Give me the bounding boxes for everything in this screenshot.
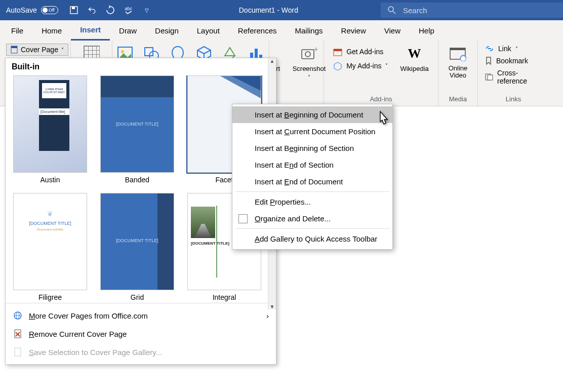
- svg-text:+: +: [314, 47, 318, 53]
- organize-icon: [238, 214, 248, 223]
- search-placeholder: Search: [403, 6, 427, 15]
- cover-page-label: Cover Page: [21, 46, 58, 54]
- svg-rect-13: [302, 50, 314, 59]
- more-cover-pages[interactable]: More Cover Pages from Office.com ›: [6, 306, 276, 325]
- search-icon: [388, 6, 396, 14]
- ribbon-group-addins: Get Add-ins My Add-ins ˅ W Wikipedia Add…: [324, 41, 438, 106]
- chevron-down-icon: ˅: [385, 63, 388, 68]
- tab-layout[interactable]: Layout: [188, 20, 229, 41]
- ribbon-tabs: File Home Insert Draw Design Layout Refe…: [0, 20, 563, 41]
- online-video-button[interactable]: OnlineVideo: [449, 45, 468, 80]
- redo-icon[interactable]: [106, 6, 115, 15]
- ribbon-group-links: Link ˅ Bookmark Cross-reference Links: [478, 41, 549, 106]
- ctx-edit-properties[interactable]: Edit Properties...: [232, 193, 392, 210]
- page-icon: [11, 46, 18, 54]
- tab-file[interactable]: File: [2, 20, 32, 41]
- ribbon-group-screenshot: art + Screenshot ˅: [269, 41, 324, 106]
- ctx-organize-delete[interactable]: Organize and Delete...: [232, 210, 392, 227]
- globe-icon: [13, 310, 23, 321]
- chevron-down-icon: ˅: [308, 74, 310, 80]
- tab-insert[interactable]: Insert: [71, 20, 110, 41]
- cover-page-button[interactable]: Cover Page ˅: [6, 44, 68, 56]
- save-icon[interactable]: [69, 6, 78, 15]
- wikipedia-button[interactable]: W Wikipedia: [400, 45, 428, 72]
- chevron-down-icon: ˅: [61, 47, 64, 53]
- tab-review[interactable]: Review: [332, 20, 375, 41]
- tab-mailings[interactable]: Mailings: [286, 20, 332, 41]
- xref-icon: [485, 73, 493, 81]
- remove-cover-page[interactable]: Remove Current Cover Page: [6, 325, 276, 343]
- svg-point-2: [388, 7, 393, 12]
- cover-thumb-filigree[interactable]: ❦[DOCUMENT TITLE][Document subtitle] Fil…: [13, 193, 88, 301]
- link-icon: [485, 45, 494, 52]
- screenshot-icon: +: [301, 47, 318, 61]
- ribbon-group-media: OnlineVideo Media: [438, 41, 478, 106]
- scroll-up-icon[interactable]: ▲: [270, 58, 275, 64]
- svg-rect-1: [72, 7, 75, 9]
- tab-view[interactable]: View: [375, 20, 410, 41]
- chevron-right-icon: ›: [266, 311, 269, 320]
- svg-rect-22: [488, 75, 493, 80]
- ctx-insert-beginning-section[interactable]: Insert at Beginning of Section: [232, 140, 392, 156]
- wikipedia-icon: W: [406, 45, 424, 63]
- tab-help[interactable]: Help: [410, 20, 444, 41]
- remove-page-icon: [13, 329, 23, 339]
- scroll-down-icon[interactable]: ▼: [270, 304, 275, 309]
- video-icon: [449, 45, 467, 63]
- chevron-down-icon: ˅: [515, 46, 518, 52]
- svg-point-7: [121, 50, 124, 53]
- spellcheck-icon[interactable]: abc: [124, 6, 133, 15]
- svg-line-3: [393, 11, 395, 14]
- tab-references[interactable]: References: [229, 20, 286, 41]
- separator: [235, 191, 389, 192]
- my-addins-button[interactable]: My Add-ins ˅: [333, 61, 388, 70]
- autosave-label: AutoSave: [6, 6, 37, 14]
- separator: [235, 228, 389, 229]
- document-title: Document1 - Word: [156, 6, 381, 14]
- cover-thumb-grid[interactable]: [DOCUMENT TITLE] Grid: [100, 193, 175, 301]
- addins-icon: [333, 61, 342, 70]
- ctx-insert-beginning-doc[interactable]: Insert at Beginning of Document: [232, 106, 392, 123]
- quick-access-toolbar: abc ▽: [64, 6, 156, 15]
- title-bar: AutoSave Off abc ▽ Document1 - Word Sear…: [0, 0, 563, 20]
- gallery-section-header: Built-in: [6, 58, 276, 75]
- tab-home[interactable]: Home: [32, 20, 71, 41]
- screenshot-button[interactable]: + Screenshot ˅: [293, 45, 326, 80]
- svg-rect-19: [450, 48, 465, 50]
- ctx-insert-end-doc[interactable]: Insert at End of Document: [232, 173, 392, 190]
- bookmark-icon: [485, 57, 492, 65]
- link-button[interactable]: Link ˅: [485, 45, 542, 53]
- svg-rect-29: [15, 348, 21, 356]
- customize-qat-icon[interactable]: ▽: [142, 6, 151, 15]
- cross-reference-button[interactable]: Cross-reference: [485, 69, 542, 85]
- gallery-footer: More Cover Pages from Office.com › Remov…: [6, 303, 276, 364]
- svg-point-14: [305, 52, 310, 57]
- svg-point-20: [460, 55, 466, 61]
- cover-thumb-austin[interactable]: LOREM IPSUM DOLOR SIT AMET[Document titl…: [13, 75, 88, 184]
- context-menu: Insert at Beginning of Document Insert a…: [232, 104, 393, 250]
- save-to-gallery: Save Selection to Cover Page Gallery...: [6, 343, 276, 361]
- store-icon: [333, 47, 342, 56]
- autosave-toggle[interactable]: AutoSave Off: [0, 6, 64, 14]
- ctx-add-to-qat[interactable]: Add Gallery to Quick Access Toolbar: [232, 230, 392, 247]
- tab-draw[interactable]: Draw: [110, 20, 146, 41]
- tab-design[interactable]: Design: [146, 20, 188, 41]
- undo-icon[interactable]: [88, 6, 97, 15]
- svg-rect-17: [334, 49, 342, 51]
- get-addins-button[interactable]: Get Add-ins: [333, 47, 388, 56]
- bookmark-button[interactable]: Bookmark: [485, 57, 542, 65]
- cover-thumb-banded[interactable]: [DOCUMENT TITLE] Banded: [100, 75, 175, 184]
- ctx-insert-end-section[interactable]: Insert at End of Section: [232, 156, 392, 173]
- svg-rect-5: [11, 46, 17, 48]
- save-gallery-icon: [13, 347, 23, 357]
- search-box[interactable]: Search: [381, 3, 563, 18]
- ctx-insert-current-pos[interactable]: Insert at Current Document Position: [232, 123, 392, 140]
- toggle-switch[interactable]: Off: [41, 6, 58, 14]
